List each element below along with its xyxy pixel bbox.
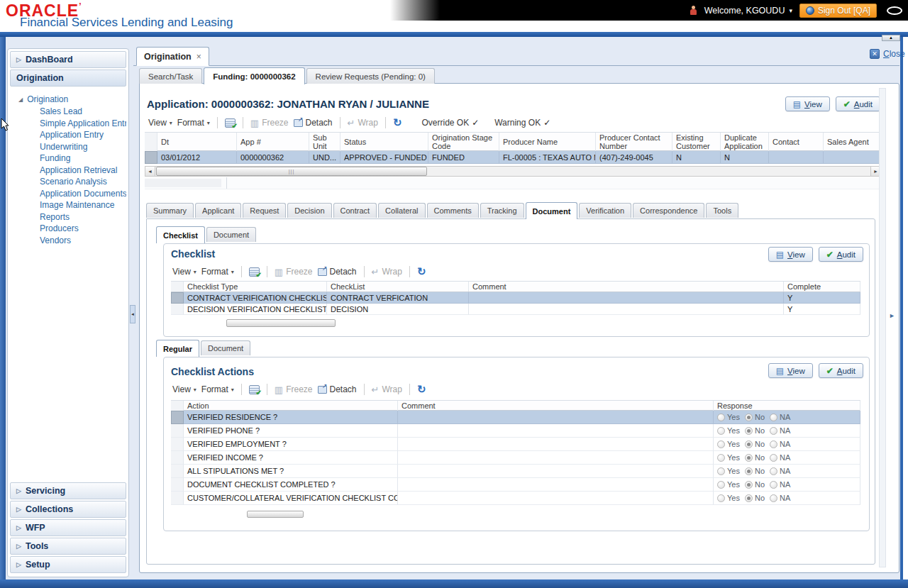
radio-no[interactable] [745, 467, 753, 475]
subtab-document-2[interactable]: Document [201, 340, 250, 355]
sidebar-section[interactable]: ▷ Tools [10, 538, 126, 555]
row-header-stub[interactable] [171, 292, 184, 304]
override-ok-check[interactable]: Override OK✓ [421, 118, 479, 128]
column-header[interactable]: Producer Contact Number [596, 133, 672, 151]
detail-tab[interactable]: Request [243, 203, 286, 218]
detach-button[interactable]: Detach [318, 267, 357, 277]
welcome-menu[interactable]: Welcome, KGOUDU ▾ [704, 6, 792, 16]
cell-producer-name[interactable]: FL-00005 : TEXAS AUTO M... [499, 151, 596, 164]
view-menu[interactable]: View▾ [172, 267, 196, 277]
detach-button[interactable]: Detach [294, 118, 333, 128]
format-menu[interactable]: Format▾ [177, 118, 210, 128]
tab-origination[interactable]: Origination × [136, 47, 209, 66]
sidebar-section[interactable]: ▷ Servicing [10, 482, 126, 499]
column-header[interactable]: Comment [469, 282, 784, 292]
column-header[interactable]: Contact [769, 133, 824, 151]
wrap-button[interactable]: ↵Wrap [372, 384, 402, 395]
radio-no[interactable] [745, 481, 753, 489]
detail-tab[interactable]: Summary [146, 203, 194, 218]
sidebar-item[interactable]: Vendors [11, 235, 125, 247]
radio-yes[interactable] [717, 454, 725, 462]
wrap-button[interactable]: ↵Wrap [348, 118, 378, 128]
detail-tab[interactable]: Collateral [378, 203, 425, 218]
radio-yes[interactable] [717, 494, 725, 502]
detail-tab[interactable]: Applicant [195, 203, 241, 218]
view-button[interactable]: ▤ View [768, 247, 813, 262]
column-header[interactable]: Comment [398, 401, 714, 411]
radio-no[interactable] [745, 494, 753, 502]
radio-na[interactable] [770, 427, 777, 435]
row-header-stub[interactable] [171, 438, 184, 451]
hscroll-left-arrow[interactable]: ◄ [145, 167, 155, 176]
format-menu[interactable]: Format▾ [201, 267, 234, 277]
sidebar-item[interactable]: Application Retrieval [11, 165, 125, 177]
column-header[interactable]: Dt [157, 133, 237, 151]
freeze-button[interactable]: ▥Freeze [275, 267, 313, 277]
freeze-button[interactable]: ▥Freeze [250, 118, 289, 128]
sidebar-item[interactable]: Producers [11, 223, 125, 235]
checklist-row[interactable]: CONTRACT VERIFICATION CHECKLIST CONTRACT… [171, 292, 860, 304]
subtab-regular[interactable]: Regular [156, 340, 199, 357]
action-row[interactable]: VERIFIED INCOME ? Yes No NA [171, 451, 860, 465]
right-scroll-track[interactable] [879, 88, 886, 567]
radio-yes[interactable] [717, 481, 725, 489]
sidebar-item[interactable]: Funding [11, 152, 125, 165]
subtab-review-requests[interactable]: Review Requests (Pending: 0) [306, 68, 435, 84]
column-header[interactable]: Sales Agent [824, 133, 881, 151]
view-button[interactable]: ▤ View [768, 363, 813, 378]
sidebar-item[interactable]: Image Maintenance [11, 199, 125, 211]
sidebar-item[interactable]: Underwriting [11, 141, 125, 153]
radio-na[interactable] [770, 481, 777, 489]
detail-tab[interactable]: Correspondence [633, 203, 704, 218]
column-header[interactable]: CheckList [327, 282, 469, 292]
column-header[interactable]: Complete [784, 282, 860, 292]
row-header-stub[interactable] [171, 411, 184, 424]
column-header[interactable]: Origination Stage Code [428, 133, 499, 151]
actions-hscroll-thumb[interactable] [247, 511, 304, 518]
checklist-hscroll-thumb[interactable] [226, 319, 336, 327]
radio-no[interactable] [745, 454, 753, 462]
column-header[interactable]: Duplicate Application [721, 133, 769, 151]
audit-button[interactable]: ✔ Audit [819, 363, 863, 378]
subtab-search-task[interactable]: Search/Task [139, 68, 202, 84]
column-header[interactable]: Checklist Type [184, 282, 327, 292]
radio-na[interactable] [770, 414, 777, 421]
radio-na[interactable] [770, 454, 777, 462]
action-row[interactable]: VERIFIED RESIDENCE ? Yes No NA [171, 411, 860, 424]
sidebar-section[interactable]: ▷ WFP [10, 519, 126, 536]
detail-tab[interactable]: Contract [333, 203, 377, 218]
wrap-button[interactable]: ↵Wrap [372, 267, 402, 277]
detail-tab[interactable]: Tools [706, 203, 738, 218]
radio-yes[interactable] [717, 467, 725, 475]
radio-no[interactable] [745, 414, 753, 421]
subtab-checklist[interactable]: Checklist [156, 226, 205, 243]
sidebar-splitter-handle[interactable]: ◄ [130, 305, 135, 323]
view-button[interactable]: ▤ View [785, 96, 830, 111]
detail-tab[interactable]: Verification [579, 203, 631, 218]
detail-tab[interactable]: Comments [427, 203, 479, 218]
action-row[interactable]: CUSTOMER/COLLATERAL VERIFICATION CHECKLI… [171, 492, 860, 505]
row-header-stub[interactable] [171, 465, 184, 478]
action-row[interactable]: ALL STIPULATIONS MET ? Yes No NA [171, 465, 860, 478]
export-to-excel-icon[interactable]: ✔ [225, 118, 236, 128]
application-table-row[interactable]: 03/01/2012 0000000362 UND... APPROVED - … [145, 151, 881, 164]
column-header[interactable]: Status [340, 133, 428, 151]
sidebar-section-origination[interactable]: Origination [10, 70, 126, 87]
column-header[interactable]: Response [714, 401, 860, 411]
tab-close-icon[interactable]: × [196, 52, 201, 62]
scroll-up-button[interactable]: ▲ [882, 35, 900, 41]
checklist-row[interactable]: DECISION VERIFICATION CHECKLIST DECISION… [171, 304, 860, 315]
row-header-stub[interactable] [171, 492, 184, 505]
audit-button[interactable]: ✔ Audit [819, 247, 863, 262]
warning-ok-check[interactable]: Warning OK✓ [494, 118, 550, 128]
sidebar-section[interactable]: ▷ Setup [10, 556, 126, 573]
export-to-excel-icon[interactable]: ✔ [249, 385, 260, 394]
radio-yes[interactable] [717, 427, 725, 435]
sidebar-item[interactable]: Application Entry [11, 129, 125, 141]
sidebar-item[interactable]: Application Documents [11, 188, 125, 200]
freeze-button[interactable]: ▥Freeze [275, 384, 313, 395]
radio-na[interactable] [770, 467, 777, 475]
sidebar-item[interactable]: Reports [11, 211, 125, 223]
sidebar-item[interactable]: Simple Application Entry [11, 118, 125, 130]
hscroll-thumb[interactable]: ||| [156, 167, 427, 176]
